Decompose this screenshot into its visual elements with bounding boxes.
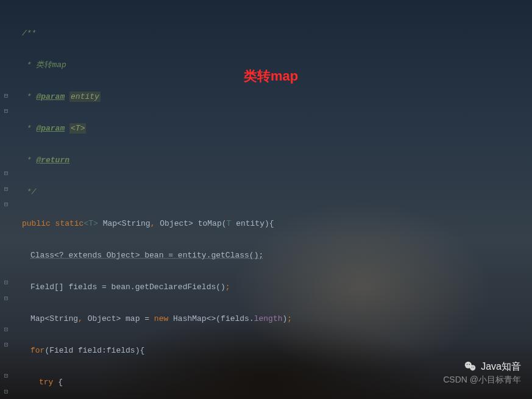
fold-end-icon[interactable]: ⊡ <box>4 372 9 379</box>
javadoc-line: * 类转map <box>13 57 532 73</box>
fold-end-icon[interactable]: ⊡ <box>4 387 9 395</box>
code-line: for(Field field:fields){ <box>13 343 532 359</box>
gutter: ⊟ ⊟ ⊟ ⊟ ⊟ ⊡ ⊟ ⊡ ⊡ ⊡ ⊡ <box>0 0 12 399</box>
javadoc-close: */ <box>13 184 532 200</box>
fold-end-icon[interactable]: ⊡ <box>4 325 9 333</box>
fold-end-icon[interactable]: ⊡ <box>4 340 9 348</box>
fold-icon[interactable]: ⊟ <box>4 294 9 302</box>
fold-end-icon[interactable]: ⊡ <box>4 278 9 286</box>
fold-icon[interactable]: ⊟ <box>4 107 9 115</box>
code-line: Map<String, Object> map = new HashMap<>(… <box>13 311 532 327</box>
javadoc-return-line: * @return <box>13 153 532 168</box>
method-signature: public static<T> Map<StringObject> map =… <box>13 216 532 232</box>
javadoc-param-line: * @param entity <box>13 89 532 105</box>
javadoc-open: /** <box>13 26 532 41</box>
code-editor[interactable]: /** * 类转map * @param entity * @param <T>… <box>13 10 532 399</box>
code-line: Field[] fields = bean.getDeclaredFields(… <box>13 279 532 295</box>
code-line: try { <box>13 375 532 390</box>
fold-icon[interactable]: ⊟ <box>4 185 9 193</box>
fold-icon[interactable]: ⊟ <box>4 92 9 99</box>
javadoc-param-line: * @param <T> <box>13 121 532 137</box>
fold-icon[interactable]: ⊟ <box>4 169 9 177</box>
code-line: Class<? extends Object> bean = entity.ge… <box>13 248 532 264</box>
fold-icon[interactable]: ⊟ <box>4 200 9 208</box>
